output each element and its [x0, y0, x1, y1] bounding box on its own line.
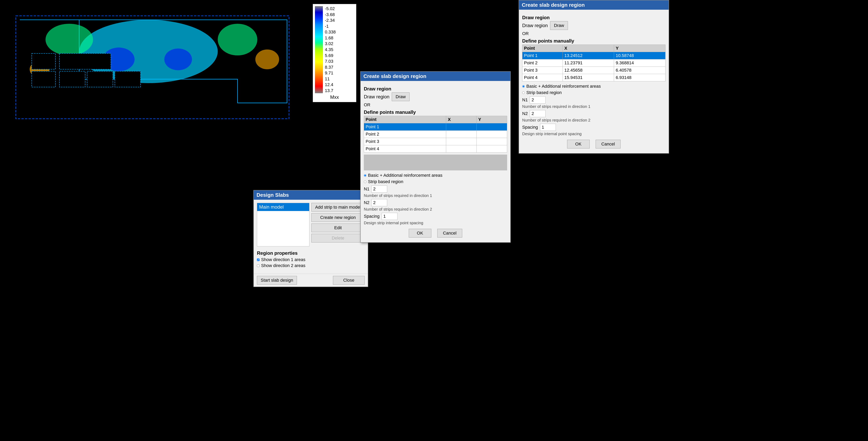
- spacing-input-mid[interactable]: [382, 213, 398, 220]
- n1-label-mid: N1: [364, 186, 369, 192]
- create-region-dialog-right: Create slab design region Draw region Dr…: [519, 0, 669, 154]
- ok-button-right[interactable]: OK: [567, 140, 590, 149]
- draw-region-sub-right: Draw region: [522, 23, 548, 28]
- n2-row-right: N2: [522, 110, 665, 117]
- add-strip-button[interactable]: Add strip to main model: [311, 203, 365, 212]
- list-item-main-model[interactable]: Main model: [257, 203, 309, 211]
- n1-row-mid: N1: [364, 186, 507, 193]
- radio-basic-mid: Basic + Additional reinforcement areas: [364, 173, 507, 178]
- legend-value-15: 13.7: [325, 88, 336, 93]
- svg-rect-12: [32, 71, 55, 87]
- radio-strip-mid: Strip based region: [364, 179, 507, 184]
- start-slab-design-button[interactable]: Start slab design: [257, 276, 297, 285]
- radio-strip-input-mid[interactable]: [364, 181, 366, 183]
- point-y-mid-2[interactable]: [477, 131, 507, 138]
- svg-point-5: [218, 24, 257, 56]
- point-y-mid-4[interactable]: [477, 145, 507, 153]
- n2-label-right: N2: [522, 111, 528, 116]
- col-point-mid: Point: [364, 116, 446, 123]
- draw-button-right[interactable]: Draw: [550, 21, 568, 30]
- table-row[interactable]: Point 1 13.24512 10.58748: [522, 52, 665, 59]
- point-x-mid-3[interactable]: [446, 138, 477, 145]
- show-dir1-label: Show direction 1 areas: [261, 257, 305, 262]
- point-y-right-2[interactable]: 9.368814: [614, 59, 665, 67]
- legend-value-7: 3.02: [325, 41, 336, 46]
- show-dir2-label: Show direction 2 areas: [261, 263, 305, 268]
- legend-value-9: 5.69: [325, 53, 336, 58]
- point-label-right-3: Point 3: [522, 67, 563, 74]
- legend-value-14: 12.4: [325, 82, 336, 87]
- n1-desc-mid: Number of strips required in direction 1: [364, 193, 507, 198]
- table-row[interactable]: Point 2 11.23791 9.368814: [522, 59, 665, 67]
- svg-point-4: [45, 24, 93, 56]
- spacing-desc-right: Design strip internal point spacing: [522, 132, 665, 136]
- table-row[interactable]: Point 3: [364, 138, 507, 145]
- table-row[interactable]: Point 3 12.45658 6.40578: [522, 67, 665, 74]
- radio-strip-input-right[interactable]: [522, 91, 525, 94]
- point-x-mid-1[interactable]: [446, 123, 477, 131]
- legend-title: Mxx: [315, 94, 354, 100]
- points-table-right: Point X Y Point 1 13.24512 10.58748 Poin…: [522, 44, 665, 81]
- cancel-button-right[interactable]: Cancel: [596, 140, 621, 149]
- region-properties: Region properties Show direction 1 areas…: [257, 250, 365, 268]
- legend-gradient: [315, 6, 323, 93]
- point-x-mid-4[interactable]: [446, 145, 477, 153]
- point-x-right-2[interactable]: 11.23791: [563, 59, 614, 67]
- create-new-region-button[interactable]: Create new region: [311, 213, 365, 222]
- legend-value-10: 7.03: [325, 59, 336, 64]
- table-row[interactable]: Point 4: [364, 145, 507, 153]
- spacing-input-right[interactable]: [540, 124, 556, 131]
- draw-button-mid[interactable]: Draw: [392, 92, 409, 101]
- radio-basic-input-right[interactable]: [522, 85, 525, 88]
- spacing-row-right: Spacing: [522, 124, 665, 131]
- point-y-right-3[interactable]: 6.40578: [614, 67, 665, 74]
- legend-value-13: 11: [325, 76, 336, 82]
- table-row[interactable]: Point 2: [364, 131, 507, 138]
- close-button[interactable]: Close: [333, 276, 365, 285]
- ok-button-mid[interactable]: OK: [409, 229, 431, 238]
- delete-button[interactable]: Delete: [311, 234, 365, 243]
- cancel-button-mid[interactable]: Cancel: [437, 229, 462, 238]
- n2-label-mid: N2: [364, 200, 369, 205]
- point-x-right-3[interactable]: 12.45658: [563, 67, 614, 74]
- point-x-right-4[interactable]: 15.94531: [563, 74, 614, 81]
- legend-value-2: -3.68: [325, 12, 336, 17]
- n2-input-right[interactable]: [530, 110, 546, 117]
- point-y-mid-3[interactable]: [477, 138, 507, 145]
- n1-label-right: N1: [522, 97, 528, 102]
- point-label-right-2: Point 2: [522, 59, 563, 67]
- show-dir2-checkbox[interactable]: [257, 264, 259, 267]
- point-y-right-4[interactable]: 6.93148: [614, 74, 665, 81]
- edit-button[interactable]: Edit: [311, 223, 365, 232]
- model-list[interactable]: Main model: [257, 203, 309, 246]
- n1-input-mid[interactable]: [371, 186, 387, 193]
- point-x-mid-2[interactable]: [446, 131, 477, 138]
- legend-value-5: 0.338: [325, 30, 336, 35]
- points-table-mid: Point X Y Point 1 Point 2 Point 3: [364, 116, 507, 153]
- svg-rect-13: [59, 71, 85, 87]
- show-dir1-checkbox[interactable]: [257, 258, 259, 261]
- or-label-mid: OR: [364, 102, 507, 107]
- n2-desc-right: Number of strips required in direction 2: [522, 118, 665, 123]
- point-y-right-1[interactable]: 10.58748: [614, 52, 665, 59]
- region-properties-label: Region properties: [257, 250, 365, 256]
- create-region-mid-footer: OK Cancel: [364, 226, 507, 239]
- radio-basic-input-mid[interactable]: [364, 174, 366, 177]
- n1-input-right[interactable]: [530, 96, 546, 103]
- table-row[interactable]: Point 1: [364, 123, 507, 131]
- draw-region-section-right: Draw region: [522, 15, 665, 21]
- svg-rect-14: [87, 71, 113, 87]
- design-slabs-footer: Start slab design Close: [254, 274, 368, 287]
- n2-desc-mid: Number of strips required in direction 2: [364, 207, 507, 212]
- point-x-right-1[interactable]: 13.24512: [563, 52, 614, 59]
- table-row[interactable]: Point 4 15.94531 6.93148: [522, 74, 665, 81]
- spacing-label-mid: Spacing: [364, 214, 380, 219]
- radio-basic-right: Basic + Additional reinforcement areas: [522, 84, 665, 89]
- col-y-right: Y: [614, 45, 665, 52]
- n2-input-mid[interactable]: [371, 199, 387, 206]
- n2-row-mid: N2: [364, 199, 507, 206]
- gray-area-mid: [364, 155, 507, 170]
- point-y-mid-1[interactable]: [477, 123, 507, 131]
- color-legend: -5.02 -3.68 -2.34 -1 0.338 1.68 3.02 4.3…: [313, 4, 356, 102]
- design-slabs-title: Design Slabs: [254, 190, 368, 200]
